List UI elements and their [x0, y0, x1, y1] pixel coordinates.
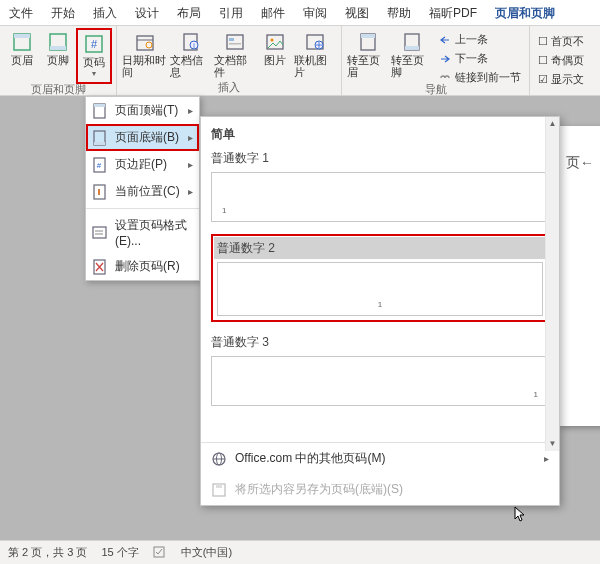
svg-rect-12	[227, 35, 243, 49]
menu-bottom-of-page[interactable]: 页面底端(B)▸	[86, 124, 199, 151]
calendar-icon	[135, 32, 155, 52]
scroll-down-icon[interactable]: ▼	[546, 437, 559, 451]
page-number-button[interactable]: # 页码 ▾	[76, 28, 112, 84]
gallery-scrollbar[interactable]: ▲ ▼	[545, 117, 559, 451]
page-number-icon: #	[84, 34, 104, 54]
datetime-label: 日期和时间	[122, 54, 168, 78]
goto-footer-button[interactable]: 转至页脚	[390, 28, 434, 80]
docparts-button[interactable]: 文档部件	[213, 28, 257, 80]
picture-label: 图片	[264, 54, 286, 66]
gallery-body[interactable]: 简单 普通数字 1 1 普通数字 2 1 普通数字 3 1	[201, 117, 559, 442]
goto-footer-icon	[402, 32, 422, 52]
footer-button[interactable]: 页脚	[40, 28, 76, 68]
status-words[interactable]: 15 个字	[101, 545, 138, 560]
docparts-label: 文档部件	[214, 54, 256, 78]
chevron-right-icon: ▸	[188, 186, 193, 197]
tab-design[interactable]: 设计	[126, 0, 168, 26]
footer-label: 页脚	[47, 54, 69, 66]
chevron-down-icon: ▾	[92, 68, 96, 80]
chevron-right-icon: ▸	[188, 132, 193, 143]
scroll-up-icon[interactable]: ▲	[546, 117, 559, 131]
tab-layout[interactable]: 布局	[168, 0, 210, 26]
more-from-office[interactable]: Office.com 中的其他页码(M) ▸	[201, 443, 559, 474]
menu-top-of-page[interactable]: 页面顶端(T)▸	[86, 97, 199, 124]
tab-file[interactable]: 文件	[0, 0, 42, 26]
group-label-hf: 页眉和页脚	[31, 82, 86, 96]
prev-button[interactable]: 上一条	[438, 30, 521, 49]
group-header-footer: 页眉 页脚 # 页码 ▾ 页眉和页脚	[0, 26, 117, 95]
onlinepic-label: 联机图片	[294, 54, 336, 78]
tab-home[interactable]: 开始	[42, 0, 84, 26]
docparts-icon	[225, 32, 245, 52]
status-page[interactable]: 第 2 页，共 3 页	[8, 545, 87, 560]
gallery-item-3-label: 普通数字 3	[211, 332, 549, 353]
next-button[interactable]: 下一条	[438, 49, 521, 68]
odd-even-check[interactable]: ☐奇偶页	[538, 51, 584, 70]
chevron-right-icon: ▸	[188, 159, 193, 170]
cursor-icon	[514, 506, 526, 522]
docinfo-label: 文档信息	[170, 54, 212, 78]
save-icon	[211, 482, 227, 498]
page-text: 页←	[566, 154, 594, 172]
tab-help[interactable]: 帮助	[378, 0, 420, 26]
menu-format-page-numbers[interactable]: 设置页码格式(E)...	[86, 212, 199, 253]
checkbox-icon: ☐	[538, 54, 548, 67]
menu-page-margins[interactable]: # 页边距(P)▸	[86, 151, 199, 178]
checkbox-icon: ☑	[538, 73, 548, 86]
menu-separator	[86, 208, 199, 209]
next-icon	[438, 53, 452, 65]
status-proofing-icon[interactable]	[153, 545, 167, 561]
gallery-item-2-selected[interactable]: 普通数字 2 1	[211, 234, 549, 322]
status-lang[interactable]: 中文(中国)	[181, 545, 232, 560]
current-pos-icon	[92, 184, 108, 200]
group-label-nav: 导航	[425, 82, 447, 96]
header-button[interactable]: 页眉	[4, 28, 40, 68]
datetime-button[interactable]: 日期和时间	[121, 28, 169, 80]
page-bottom-icon	[92, 130, 108, 146]
gallery-item-1-label: 普通数字 1	[211, 148, 549, 169]
checkbox-icon: ☐	[538, 35, 548, 48]
tab-insert[interactable]: 插入	[84, 0, 126, 26]
tab-foxit[interactable]: 福昕PDF	[420, 0, 486, 26]
chevron-right-icon: ▸	[188, 105, 193, 116]
tab-review[interactable]: 审阅	[294, 0, 336, 26]
goto-header-label: 转至页眉	[347, 54, 389, 78]
first-page-diff-check[interactable]: ☐首页不	[538, 32, 584, 51]
tab-view[interactable]: 视图	[336, 0, 378, 26]
docinfo-button[interactable]: i 文档信息	[169, 28, 213, 80]
tab-references[interactable]: 引用	[210, 0, 252, 26]
onlinepic-icon	[305, 32, 325, 52]
page-top-icon	[92, 103, 108, 119]
picture-button[interactable]: 图片	[257, 28, 293, 68]
svg-rect-31	[93, 227, 106, 238]
group-nav: 转至页眉 转至页脚 上一条 下一条 链接到前一节 导航	[342, 26, 530, 95]
menu-current-position[interactable]: 当前位置(C)▸	[86, 178, 199, 205]
svg-point-16	[271, 39, 274, 42]
svg-rect-24	[94, 104, 105, 107]
picture-icon	[265, 32, 285, 52]
group-label-insert: 插入	[218, 80, 240, 94]
svg-rect-13	[229, 38, 234, 41]
svg-rect-22	[405, 46, 419, 50]
status-bar: 第 2 页，共 3 页 15 个字 中文(中国)	[0, 540, 600, 564]
svg-rect-39	[216, 484, 222, 488]
remove-icon	[92, 259, 108, 275]
gallery-item-3[interactable]: 1	[211, 356, 549, 406]
format-icon	[92, 225, 108, 241]
onlinepic-button[interactable]: 联机图片	[293, 28, 337, 80]
svg-rect-20	[361, 34, 375, 38]
goto-header-button[interactable]: 转至页眉	[346, 28, 390, 80]
page-margins-icon: #	[92, 157, 108, 173]
group-options: ☐首页不 ☐奇偶页 ☑显示文	[530, 26, 592, 95]
goto-footer-label: 转至页脚	[391, 54, 433, 78]
link-prev-button[interactable]: 链接到前一节	[438, 68, 521, 87]
gallery-footer: Office.com 中的其他页码(M) ▸ 将所选内容另存为页码(底端)(S)	[201, 442, 559, 505]
tab-header-footer[interactable]: 页眉和页脚	[486, 0, 564, 26]
tab-mailings[interactable]: 邮件	[252, 0, 294, 26]
menu-remove-page-numbers[interactable]: 删除页码(R)	[86, 253, 199, 280]
gallery-section-simple: 简单	[211, 123, 549, 148]
svg-point-8	[146, 42, 152, 48]
svg-text:#: #	[97, 161, 102, 170]
gallery-item-1[interactable]: 1	[211, 172, 549, 222]
page-number-menu: 页面顶端(T)▸ 页面底端(B)▸ # 页边距(P)▸ 当前位置(C)▸ 设置页…	[85, 96, 200, 281]
